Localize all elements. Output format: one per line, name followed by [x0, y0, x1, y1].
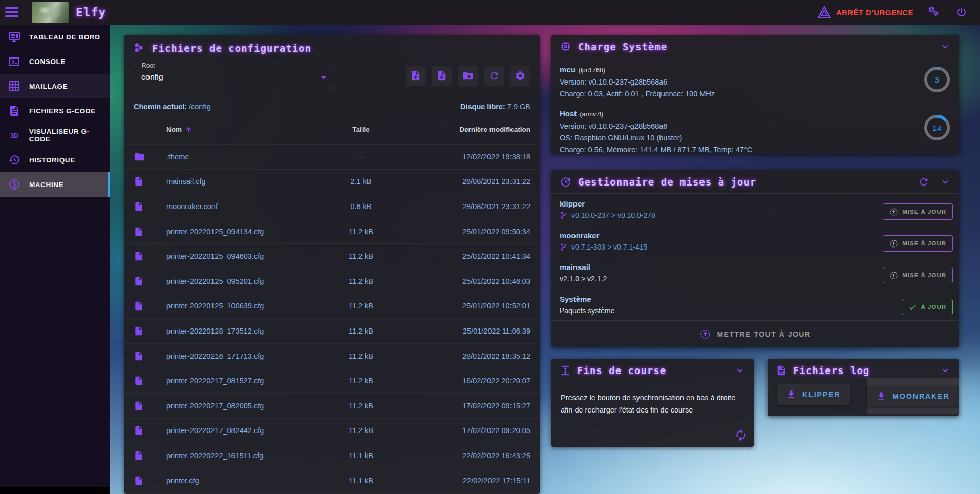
mcu-chip: (lpc1768) — [579, 67, 605, 74]
power-button[interactable] — [955, 6, 968, 18]
current-path-value: /config — [189, 102, 211, 111]
endstops-message: Pressez le bouton de synchronisation en … — [561, 392, 744, 416]
file-modified: 25/01/2022 11:06:39 — [399, 327, 530, 335]
sidebar-item-tableau-de-bord[interactable]: TABLEAU DE BORD — [0, 25, 110, 49]
sync-endstops-button[interactable] — [734, 428, 748, 442]
column-size[interactable]: Taille — [323, 126, 399, 133]
logfiles-panel: Fichiers log MOONRAKER KLIPPER — [768, 359, 959, 416]
collapse-update-manager-button[interactable] — [940, 176, 951, 188]
host-load-block: Host(armv7l) Version: v0.10.0-237-g28b56… — [551, 102, 959, 154]
file-name: printer-20220125_095201.cfg — [166, 277, 323, 285]
hamburger-menu-button[interactable] — [0, 0, 24, 25]
sidebar-item-label: CONSOLE — [29, 58, 66, 66]
file-modified: 22/02/2022 16:43:25 — [399, 451, 530, 460]
sort-ascending-icon — [185, 126, 193, 133]
update-action-button[interactable]: À JOUR — [902, 299, 953, 315]
sidebar-item-console[interactable]: CONSOLE — [0, 49, 110, 74]
file-size: 11.2 kB — [323, 352, 399, 360]
create-folder-button[interactable] — [458, 66, 478, 86]
interface-settings-button[interactable] — [927, 6, 942, 19]
moonraker-log-label: MOONRAKER — [892, 392, 949, 400]
file-modified: 28/01/2022 18:35:12 — [399, 352, 530, 360]
column-modified[interactable]: Dernière modification — [399, 126, 530, 133]
dropdown-caret-icon — [321, 76, 327, 79]
table-row[interactable]: printer-20220217_081527.cfg 11.2 kB 16/0… — [124, 368, 540, 394]
file-size: 11.2 kB — [323, 277, 399, 285]
file-icon — [134, 425, 144, 436]
table-row[interactable]: printer.cfg 11.1 kB 22/02/2022 17:15:11 — [124, 468, 540, 493]
machine-icon — [8, 178, 21, 191]
update-all-label: METTRE TOUT À JOUR — [717, 330, 811, 338]
file-size: 0.6 kB — [323, 202, 399, 211]
table-row[interactable]: printer-20220125_095201.cfg 11.2 kB 25/0… — [124, 269, 540, 294]
sidebar-item-fichiers-gcode[interactable]: FICHIERS G-CODE — [0, 98, 110, 123]
download-klipper-log-button[interactable]: KLIPPER — [777, 384, 850, 405]
root-select[interactable]: Root config — [134, 66, 334, 89]
column-name[interactable]: Nom — [166, 126, 323, 133]
file-size: 11.2 kB — [323, 402, 399, 410]
table-row[interactable]: printer-20220217_082005.cfg 11.2 kB 17/0… — [124, 394, 540, 419]
warning-triangle-icon — [818, 6, 831, 18]
sidebar-item-machine[interactable]: MACHINE — [0, 172, 110, 197]
sidebar-item-maillage[interactable]: MAILLAGE — [0, 74, 110, 98]
table-row[interactable]: printer-20220125_094603.cfg 11.2 kB 25/0… — [124, 244, 540, 269]
create-file-button[interactable] — [432, 66, 452, 86]
root-select-label: Root — [139, 62, 157, 69]
commits-icon — [560, 211, 568, 219]
file-modified: 25/01/2022 10:46:03 — [399, 277, 530, 285]
table-row[interactable]: printer-20220128_173512.cfg 11.2 kB 25/0… — [124, 319, 540, 344]
file-icon — [134, 376, 144, 386]
table-row[interactable]: .theme -- 12/02/2022 19:38:18 — [124, 145, 540, 170]
check-updates-button[interactable] — [918, 176, 929, 188]
table-row[interactable]: printer-20220125_094134.cfg 11.2 kB 25/0… — [124, 219, 540, 244]
update-action-button[interactable]: MISE À JOUR — [883, 267, 953, 283]
upload-file-button[interactable] — [406, 66, 426, 86]
sidebar-item-label: HISTORIQUE — [29, 156, 75, 164]
sidebar-item-visualiseur-gcode[interactable]: 3D VISUALISEUR G-CODE — [0, 123, 110, 148]
topbar-actions: ARRÊT D'URGENCE — [818, 6, 980, 19]
collapse-logfiles-button[interactable] — [940, 365, 951, 376]
emergency-stop-button[interactable]: ARRÊT D'URGENCE — [818, 6, 913, 18]
table-row[interactable]: printer-20220217_082442.cfg 11.2 kB 17/0… — [124, 419, 540, 444]
commits-icon — [560, 243, 568, 251]
update-component-version: v0.7.1-303 > v0.7.1-415 — [560, 241, 647, 253]
table-row[interactable]: moonraker.conf 0.6 kB 28/08/2021 23:31:2… — [124, 194, 540, 219]
update-all-button[interactable]: METTRE TOUT À JOUR — [699, 328, 811, 340]
table-row[interactable]: mainsail.cfg 2.1 kB 28/08/2021 23:31:22 — [124, 170, 540, 195]
file-modified: 17/02/2022 09:15:27 — [399, 402, 530, 410]
update-action-button[interactable]: MISE À JOUR — [883, 203, 953, 220]
logo-image[interactable] — [32, 2, 69, 23]
file-settings-button[interactable] — [510, 66, 530, 86]
update-manager-panel: Gestionnaire de mises à jour klipper v0.… — [551, 170, 959, 347]
update-action-button[interactable]: MISE À JOUR — [883, 235, 953, 252]
file-icon — [134, 276, 144, 286]
endstops-title: Fins de course — [577, 365, 666, 376]
sidebar-item-historique[interactable]: HISTORIQUE — [0, 148, 110, 172]
current-path: Chemin actuel: /config — [134, 102, 211, 111]
table-row[interactable]: printer-20220125_100639.cfg 11.2 kB 25/0… — [124, 294, 540, 319]
file-table-header: Nom Taille Dernière modification — [124, 115, 540, 145]
file-modified: 12/02/2022 19:38:18 — [399, 153, 530, 161]
collapse-endstops-button[interactable] — [734, 365, 745, 376]
collapse-system-load-button[interactable] — [940, 41, 951, 52]
root-select-value: config — [141, 73, 163, 82]
free-disk-value: 7.9 GB — [507, 102, 530, 111]
table-row[interactable]: printer-20220216_171713.cfg 11.2 kB 28/0… — [124, 344, 540, 369]
chevron-down-icon — [734, 365, 745, 376]
file-size: 11.2 kB — [323, 302, 399, 310]
grid-icon — [8, 79, 21, 93]
endstops-header: Fins de course — [551, 359, 754, 382]
file-icon — [134, 176, 144, 187]
table-row[interactable]: printer-20220222_161511.cfg 11.1 kB 22/0… — [124, 443, 540, 468]
endstops-panel: Fins de course Pressez le bouton de sync… — [551, 359, 754, 447]
file-name: printer-20220217_082442.cfg — [166, 426, 323, 435]
refresh-button[interactable] — [484, 66, 504, 86]
mainsail-app: Elfy ARRÊT D'URGENCE — [0, 0, 980, 494]
download-moonraker-log-button[interactable]: MOONRAKER — [867, 386, 958, 406]
update-row: klipper v0.10.0-237 > v0.10.0-278 MISE À… — [551, 194, 959, 225]
system-load-title: Charge Système — [578, 41, 667, 52]
update-component-version: v0.10.0-237 > v0.10.0-278 — [560, 210, 655, 221]
update-row: Système Paquets système À JOUR — [551, 289, 959, 321]
system-load-panel: Charge Système mcu(lpc1768) Version: v0.… — [551, 35, 959, 154]
file-modified: 28/08/2021 23:31:22 — [399, 202, 530, 211]
